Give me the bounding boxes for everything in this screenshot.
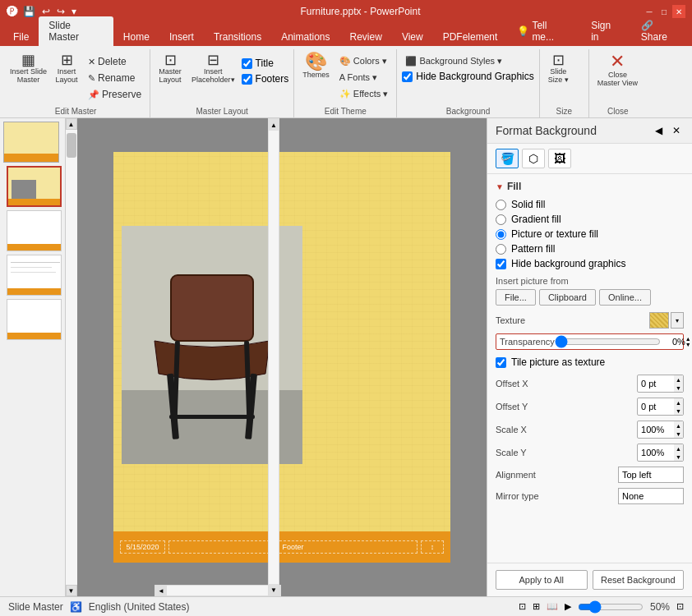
scale-y-down[interactable]: ▼ (674, 453, 683, 461)
tile-picture-option[interactable]: Tile picture as texture (496, 356, 684, 368)
tab-insert[interactable]: Insert (159, 28, 204, 46)
offset-x-input[interactable] (638, 378, 674, 389)
pattern-fill-option[interactable]: Pattern fill (496, 243, 684, 255)
scale-x-down[interactable]: ▼ (674, 430, 683, 438)
scroll-left-button[interactable]: ◄ (155, 586, 167, 595)
fonts-button[interactable]: A Fonts ▾ (336, 71, 392, 85)
tab-tell-me[interactable]: 💡Tell me... (507, 16, 581, 46)
slideshow-button[interactable]: ▶ (565, 601, 571, 612)
preserve-button[interactable]: 📌 Preserve (85, 87, 145, 102)
slide-thumb-1[interactable] (3, 122, 59, 163)
canvas-scroll-up[interactable]: ▲ (269, 119, 279, 131)
rename-button[interactable]: ✎ Rename (85, 71, 145, 85)
delete-button[interactable]: ✕ Delete (85, 54, 145, 69)
online-button[interactable]: Online... (599, 289, 651, 306)
view-slide-sorter-button[interactable]: ⊞ (533, 601, 540, 612)
tab-sign-in[interactable]: Sign in (581, 16, 631, 46)
scroll-up-button[interactable]: ▲ (66, 118, 77, 130)
pattern-fill-radio[interactable] (496, 244, 506, 255)
picture-texture-fill-option[interactable]: Picture or texture fill (496, 228, 684, 240)
transparency-slider[interactable] (555, 336, 661, 347)
reset-background-button[interactable]: Reset Background (593, 570, 685, 590)
colors-button[interactable]: 🎨 Colors ▾ (336, 54, 392, 68)
slide-thumb-3[interactable] (7, 210, 62, 251)
scale-y-up[interactable]: ▲ (674, 444, 683, 453)
hide-background-checkbox[interactable] (402, 71, 413, 82)
gradient-fill-radio[interactable] (496, 214, 506, 225)
slide-thumb-2[interactable] (7, 166, 62, 207)
close-master-view-button[interactable]: ✕ CloseMaster View (594, 51, 641, 89)
mirror-select[interactable]: None Horizontal Vertical Both (618, 488, 684, 504)
main-area: 1 (0, 118, 692, 596)
hide-bg-graphics-option[interactable]: Hide background graphics (496, 258, 684, 269)
file-button[interactable]: File... (496, 289, 536, 306)
alignment-select[interactable]: Top left Top center Top right Center lef… (618, 467, 684, 483)
texture-selector[interactable]: ▾ (649, 312, 684, 329)
slide-thumb-5[interactable] (7, 299, 62, 340)
scroll-down-button[interactable]: ▼ (66, 585, 77, 596)
gradient-fill-option[interactable]: Gradient fill (496, 214, 684, 225)
fill-icon-tab[interactable]: 🪣 (496, 149, 519, 168)
fill-arrow-icon: ▼ (496, 182, 504, 191)
fill-section-header[interactable]: ▼ Fill (496, 181, 684, 192)
background-styles-button[interactable]: ⬛ Background Styles ▾ (402, 54, 533, 68)
insert-slide-master-button[interactable]: ▦ Insert SlideMaster (7, 51, 50, 85)
zoom-slider[interactable] (578, 600, 644, 614)
solid-fill-option[interactable]: Solid fill (496, 199, 684, 210)
tab-file[interactable]: File (3, 28, 39, 46)
texture-preview[interactable] (649, 312, 669, 329)
trans-increment-button[interactable]: ▲ (685, 336, 691, 342)
tab-animations[interactable]: Animations (271, 28, 339, 46)
transparency-value[interactable]: 0% (661, 337, 685, 347)
offset-y-down[interactable]: ▼ (674, 407, 683, 415)
apply-to-all-button[interactable]: Apply to All (496, 570, 588, 590)
tab-home[interactable]: Home (113, 28, 159, 46)
scale-x-up[interactable]: ▲ (674, 421, 683, 430)
effects-button[interactable]: ✨ Effects ▾ (336, 87, 392, 101)
offset-y-up[interactable]: ▲ (674, 398, 683, 407)
panel-footer: Apply to All Reset Background (487, 563, 692, 596)
offset-x-up[interactable]: ▲ (674, 375, 683, 384)
slide-thumb-4[interactable] (7, 255, 62, 296)
ribbon-group-background: ⬛ Background Styles ▾ Hide Background Gr… (397, 49, 539, 117)
insert-layout-button[interactable]: ⊞ InsertLayout (52, 51, 81, 85)
tab-view[interactable]: View (392, 28, 433, 46)
tab-transitions[interactable]: Transitions (204, 28, 271, 46)
view-reading-button[interactable]: 📖 (547, 601, 558, 612)
picture-fill-radio[interactable] (496, 229, 506, 240)
tab-share[interactable]: 🔗 Share (631, 16, 692, 46)
alignment-label: Alignment (496, 470, 618, 480)
save-button[interactable]: 💾 (21, 4, 37, 19)
tab-review[interactable]: Review (340, 28, 392, 46)
canvas-scroll-track (269, 131, 279, 584)
offset-y-input[interactable] (638, 401, 674, 412)
insert-picture-buttons: File... Clipboard Online... (496, 289, 684, 306)
view-normal-button[interactable]: ⊡ (519, 601, 526, 612)
scale-x-input[interactable] (638, 424, 674, 435)
hide-bg-checkbox[interactable] (496, 259, 506, 269)
clipboard-button[interactable]: Clipboard (539, 289, 596, 306)
panel-close-button[interactable]: ✕ (669, 123, 684, 138)
trans-decrement-button[interactable]: ▼ (685, 342, 691, 347)
offset-x-down[interactable]: ▼ (674, 384, 683, 392)
tab-slide-master[interactable]: Slide Master (39, 16, 113, 46)
texture-dropdown-button[interactable]: ▾ (671, 312, 684, 329)
svg-rect-2 (171, 275, 253, 341)
themes-button[interactable]: 🎨 Themes (299, 51, 333, 80)
transparency-label: Transparency (500, 337, 555, 347)
fit-to-window-button[interactable]: ⊡ (676, 601, 684, 612)
slide-size-button[interactable]: ⊡ SlideSize ▾ (545, 51, 572, 85)
solid-fill-radio[interactable] (496, 200, 506, 210)
title-checkbox[interactable] (242, 58, 252, 69)
tile-picture-checkbox[interactable] (496, 357, 506, 368)
scale-y-field: ▲ ▼ (637, 444, 684, 462)
master-layout-button[interactable]: ⊡ MasterLayout (155, 51, 185, 85)
effects-icon-tab[interactable]: ⬡ (522, 149, 545, 168)
insert-placeholder-button[interactable]: ⊟ InsertPlaceholder▾ (188, 51, 238, 85)
panel-back-button[interactable]: ◀ (651, 123, 666, 138)
footers-checkbox[interactable] (242, 74, 252, 85)
tab-pdfelement[interactable]: PDFelement (433, 28, 508, 46)
canvas-scroll-down[interactable]: ▼ (269, 584, 279, 595)
scale-y-input[interactable] (638, 447, 674, 458)
picture-icon-tab[interactable]: 🖼 (548, 149, 571, 168)
